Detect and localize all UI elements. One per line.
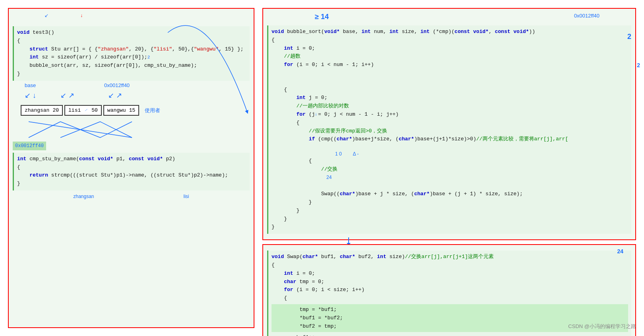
bs-line-1: void bubble_sort(void* base, int num, in… xyxy=(272,28,628,36)
addr-label: 0x0012ff40 xyxy=(13,142,46,150)
swap-24-annotation: 24 xyxy=(617,248,623,254)
cmp-line-1: int cmp_stu_by_name(const void* p1, cons… xyxy=(17,155,246,163)
lisi-annotation: lisi xyxy=(184,194,189,199)
bs-line-13: { xyxy=(272,157,628,165)
right-num2: 2 xyxy=(627,33,631,41)
struct-val-2: 50 xyxy=(91,107,98,113)
code-line-3: struct Stu arr[] = { {"zhangsan", 20}, {… xyxy=(17,45,246,54)
bs-line-19: } xyxy=(272,223,628,231)
code-line-5: bubble_sort(arr, sz, sizeof(arr[0]), cmp… xyxy=(17,62,246,70)
code-line-4: int sz = sizeof(arr) / sizeof(arr[0]);2 xyxy=(17,53,246,62)
zhangsan-annotation: zhangsan xyxy=(73,194,94,199)
bs-line-15: Swap((char*)base + j * size, (char*)base… xyxy=(272,190,628,198)
main-container: ↙ ↓ void test3() { struct Stu arr[] = { … xyxy=(0,0,644,336)
code-line-6: } xyxy=(17,70,246,78)
arrow-left-3: ↙ ↗ xyxy=(108,91,122,100)
base-annotation: base xyxy=(25,82,36,88)
swap-line-1: void Swap(char* buf1, char* buf2, int si… xyxy=(272,253,628,261)
bs-line-12: if (cmp((char*)base+j*size, (char*)base+… xyxy=(272,135,628,152)
bs-line-3: int i = 0; xyxy=(272,45,628,53)
bs-line-11: //假设需要升序cmp返回>0，交换 xyxy=(272,127,628,136)
swap-line-7: tmp = *buf1; xyxy=(275,306,625,314)
struct-name-2: lisi xyxy=(68,107,81,113)
struct-box-lisi: lisi ⟋ 50 xyxy=(64,105,102,116)
delta-annotation: Δ - xyxy=(353,151,359,157)
left-code-block: void test3() { struct Stu arr[] = { {"zh… xyxy=(13,26,250,81)
swap-line-5: for (i = 0; i < size; i++) xyxy=(272,286,628,294)
cmp-line-3: return strcmp(((struct Stu*)p1)->name, (… xyxy=(17,171,246,180)
bs-line-9: for (j↓ = 0; j < num - 1 - i; j++) xyxy=(272,111,628,119)
swap-line-10: buf1++; xyxy=(272,334,628,336)
cmp-line-4: } xyxy=(17,180,246,188)
bs-line-14: //交换 24 xyxy=(272,165,628,190)
bs-line-4: //趟数 xyxy=(272,52,628,61)
cmp-code-block: int cmp_stu_by_name(const void* p1, cons… xyxy=(13,153,250,190)
arrow-annotation-2: ↓ xyxy=(80,13,83,18)
swap-line-8: *buf1 = *buf2; xyxy=(275,314,625,322)
bs-line-8: //一趟内部比较的对数 xyxy=(272,102,628,111)
bs-line-17: } xyxy=(272,207,628,215)
slash-annotation: ⟋ xyxy=(84,107,88,113)
swap-line-3: int i = 0; xyxy=(272,270,628,278)
struct-val-1: 20 xyxy=(52,107,59,113)
right-panel: ≥ 14 0x0012ff40 void bubble_sort(void* b… xyxy=(262,8,636,328)
code-line-1: void test3() xyxy=(17,29,246,37)
struct-val-3: 15 xyxy=(129,107,136,113)
num14-annotation: ≥ 14 xyxy=(315,13,329,21)
struct-name-3: wangwu xyxy=(107,107,126,113)
n24-annotation: 24 xyxy=(326,174,332,181)
struct-box-wangwu: wangwu 15 xyxy=(103,105,139,116)
bs-line-6: { xyxy=(272,86,628,94)
right-top-panel: ≥ 14 0x0012ff40 void bubble_sort(void* b… xyxy=(262,8,636,240)
bs-line-10: { xyxy=(272,119,628,127)
cross-arrows-svg xyxy=(21,120,219,140)
code-line-2: { xyxy=(17,37,246,45)
addr-top-right: 0x0012ff40 xyxy=(574,13,599,19)
struct-boxes: zhangsan 20 lisi ⟋ 50 wangwu 15 使用者 xyxy=(21,105,242,116)
struct-name-1: zhangsan xyxy=(25,107,49,113)
bs-line-18: } xyxy=(272,215,628,223)
bubble-sort-code: void bubble_sort(void* base, int num, in… xyxy=(267,25,631,234)
arrow-left-1: ↙ ↓ xyxy=(25,91,36,100)
bs-line-2: { xyxy=(272,36,628,45)
swap-line-4: char tmp = 0; xyxy=(272,278,628,286)
bs-line-7: int j = 0; xyxy=(272,94,628,102)
swap-line-2: { xyxy=(272,261,628,270)
addr-annotation-left: 0x0012ff40 xyxy=(104,82,130,88)
left-panel: ↙ ↓ void test3() { struct Stu arr[] = { … xyxy=(8,8,254,328)
bs-line-5: for (i = 0; i < num - 1; i++) 2 xyxy=(272,61,628,85)
arrow-left-2: ↙ ↗ xyxy=(60,91,74,100)
n1-annotation: 1 0 xyxy=(335,151,342,157)
swap-line-6: { xyxy=(272,294,628,303)
arrow-annotation-1: ↙ xyxy=(45,13,48,18)
struct-box-zhangsan: zhangsan 20 xyxy=(21,105,63,116)
cmp-line-2: { xyxy=(17,163,246,172)
right-bottom-panel: void Swap(char* buf1, char* buf2, int si… xyxy=(262,244,636,336)
watermark: CSDN @小冯的编程学习之路 xyxy=(568,323,636,330)
bs-line-16: } xyxy=(272,198,628,207)
user-annotation: 使用者 xyxy=(145,107,160,118)
